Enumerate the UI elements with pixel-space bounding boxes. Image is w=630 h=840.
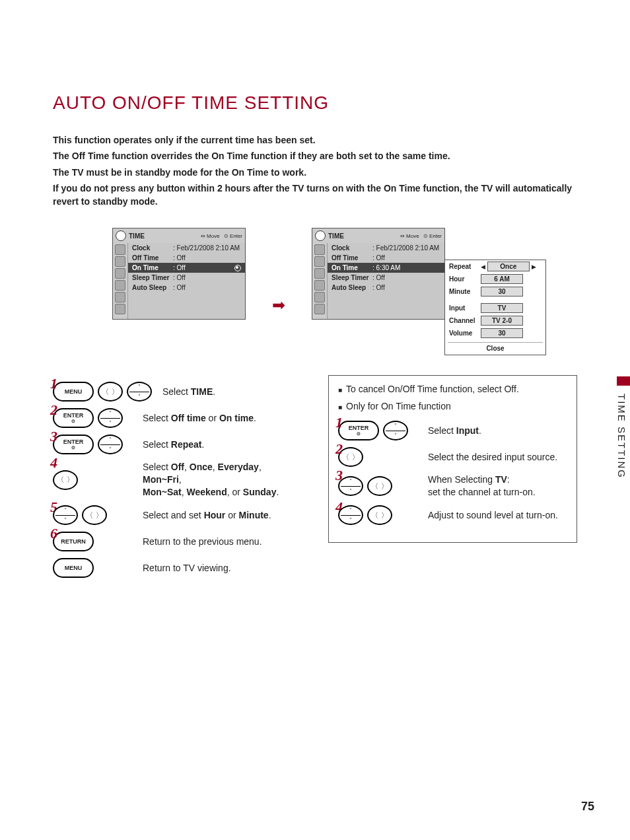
step-number-r1: 1 bbox=[335, 414, 343, 431]
popup-channel[interactable]: TV 2-0 bbox=[481, 316, 523, 326]
on-time-notes-box: To cancel On/Off Time function, select O… bbox=[328, 375, 577, 543]
left-right-icon: 〈 〉 bbox=[82, 505, 107, 525]
menu-button[interactable]: MENU bbox=[53, 382, 94, 402]
up-down-icon: ˄˅ bbox=[338, 505, 363, 525]
step-number-r2: 2 bbox=[335, 440, 343, 458]
right-step2-text: Select the desired input source. bbox=[428, 451, 557, 464]
selected-row-on-time[interactable]: On Time: 6:30 AM bbox=[328, 263, 444, 273]
popup-hour[interactable]: 6 AM bbox=[481, 274, 523, 284]
intro-line2: The Off Time function overrides the On T… bbox=[53, 149, 577, 162]
intro-line4: If you do not press any button within 2 … bbox=[53, 182, 577, 209]
clock-icon bbox=[315, 230, 326, 241]
intro-line1: This function operates only if the curre… bbox=[53, 133, 577, 147]
intro-block: This function operates only if the curre… bbox=[53, 133, 577, 208]
popup-on-time-settings: Repeat◀ Once ▶ Hour6 AM Minute30 InputTV… bbox=[444, 260, 546, 355]
intro-line3: The TV must be in standby mode for the O… bbox=[53, 166, 577, 179]
up-down-icon: ˄˅ bbox=[383, 421, 408, 440]
arrow-icon: ➡ bbox=[272, 296, 285, 314]
step-2-text: Select Off time or On time. bbox=[143, 412, 256, 425]
step-number-3: 3 bbox=[50, 428, 57, 445]
up-down-icon: ˄˅ bbox=[98, 435, 123, 454]
right-step1-text: Select Input. bbox=[428, 425, 481, 437]
step-number-6: 6 bbox=[50, 525, 57, 542]
enter-button[interactable]: ENTER⊙ bbox=[53, 408, 94, 428]
popup-input[interactable]: TV bbox=[481, 303, 523, 313]
page-title: AUTO ON/OFF TIME SETTING bbox=[53, 92, 577, 114]
up-down-icon: ˄˅ bbox=[53, 505, 78, 525]
left-right-icon: 〈 〉 bbox=[367, 476, 392, 496]
step-number-2: 2 bbox=[50, 402, 57, 419]
clock-icon bbox=[116, 230, 126, 241]
panel-title: TIME bbox=[328, 232, 344, 240]
menu-button[interactable]: MENU bbox=[53, 558, 94, 578]
page-number: 75 bbox=[581, 800, 594, 814]
up-down-icon: ˄˅ bbox=[98, 408, 123, 428]
osd-panel-1: TIME ⇔ Move ⊙ Enter Clock: Feb/21/2008 2… bbox=[112, 228, 246, 320]
panel-title: TIME bbox=[129, 232, 145, 240]
bullet-only-on-time: Only for On Time function bbox=[338, 401, 567, 414]
step-number-1: 1 bbox=[50, 375, 57, 392]
enter-button[interactable]: ENTER⊙ bbox=[53, 435, 94, 454]
selected-row-on-time[interactable]: On Time: Off bbox=[128, 263, 245, 273]
return-button[interactable]: RETURN bbox=[53, 532, 94, 551]
right-step4-text: Adjust to sound level at turn-on. bbox=[428, 509, 558, 522]
left-right-icon: 〈 〉 bbox=[53, 470, 78, 490]
right-step3-text: When Selecting TV:set the channel at tur… bbox=[428, 473, 536, 499]
enter-button[interactable]: ENTER⊙ bbox=[338, 421, 379, 440]
popup-repeat[interactable]: Once bbox=[487, 262, 530, 271]
left-right-icon: 〈 〉 bbox=[367, 505, 392, 525]
up-down-icon: ˄˅ bbox=[338, 476, 363, 496]
bullet-cancel: To cancel On/Off Time function, select O… bbox=[338, 384, 567, 397]
step-6-text: Return to the previous menu. bbox=[143, 536, 262, 548]
step-1-text: Select TIME. bbox=[162, 386, 215, 398]
popup-volume[interactable]: 30 bbox=[481, 328, 523, 338]
popup-minute[interactable]: 30 bbox=[481, 287, 523, 297]
sidebar-icons bbox=[312, 243, 328, 319]
popup-close[interactable]: Close bbox=[448, 342, 543, 352]
osd-panel-2: TIME ⇔ Move ⊙ Enter Clock: Feb/21/2008 2… bbox=[312, 228, 445, 320]
section-tab: TIME SETTING bbox=[613, 390, 630, 483]
step-4-text: Select Off, Once, Everyday, Mon~Fri, Mon… bbox=[143, 461, 302, 499]
step-3-text: Select Repeat. bbox=[143, 438, 204, 451]
left-right-icon: 〈 〉 bbox=[98, 382, 123, 402]
step-7-text: Return to TV viewing. bbox=[143, 562, 231, 575]
sidebar-icons bbox=[113, 243, 128, 319]
step-number-4: 4 bbox=[50, 454, 57, 472]
up-down-icon: ˄˅ bbox=[127, 382, 152, 402]
step-5-text: Select and set Hour or Minute. bbox=[143, 509, 271, 522]
